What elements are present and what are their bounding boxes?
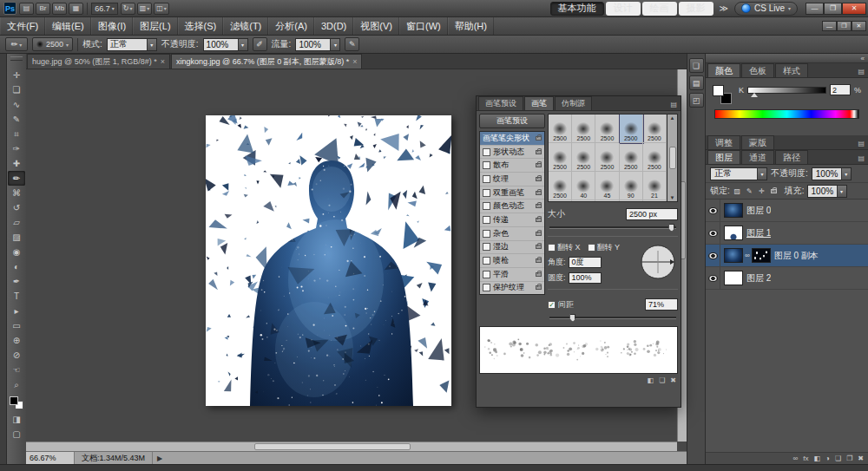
tab-swatches[interactable]: 色板 bbox=[741, 63, 774, 77]
minimize-button[interactable]: — bbox=[806, 3, 824, 15]
size-slider-thumb[interactable] bbox=[668, 224, 674, 232]
foreground-color-swatch[interactable] bbox=[713, 85, 724, 96]
foreground-color-swatch[interactable] bbox=[10, 396, 18, 405]
type-tool[interactable]: T bbox=[8, 289, 25, 304]
tools-panel-grip[interactable] bbox=[10, 56, 23, 61]
spacing-slider[interactable] bbox=[549, 317, 676, 319]
panel-menu-icon[interactable]: ▤ bbox=[858, 154, 868, 164]
blur-tool[interactable]: ◉ bbox=[8, 245, 25, 259]
lock-icon[interactable] bbox=[536, 232, 542, 236]
menu-item[interactable]: 图像(I) bbox=[91, 17, 133, 35]
menu-item[interactable]: 分析(A) bbox=[268, 17, 314, 35]
brush-option-item[interactable]: 传递 bbox=[480, 213, 544, 227]
layer-row-2-selected[interactable]: ∞ 图层 0 副本 bbox=[706, 245, 868, 267]
tab-clone-source[interactable]: 仿制源 bbox=[555, 96, 592, 110]
tab-brush-presets[interactable]: 画笔预设 bbox=[478, 96, 523, 110]
zoom-tool[interactable]: ⌕ bbox=[8, 377, 25, 392]
brush-tip-cell[interactable]: 45 bbox=[595, 200, 619, 202]
arrange-documents-button[interactable]: ▥▾ bbox=[137, 3, 153, 15]
menu-item[interactable]: 帮助(H) bbox=[448, 17, 494, 35]
brush-tip-cell[interactable]: 40 bbox=[572, 200, 595, 202]
lock-icon[interactable] bbox=[536, 258, 542, 263]
close-button[interactable]: ✕ bbox=[842, 3, 866, 15]
brush-tip-cell[interactable]: 45 bbox=[595, 172, 619, 200]
toggle-preview-icon[interactable]: ◧ bbox=[648, 376, 654, 384]
dock-collapse-bar[interactable]: « bbox=[706, 54, 868, 63]
healing-brush-tool[interactable]: ✚ bbox=[8, 156, 25, 171]
lock-icon[interactable] bbox=[536, 285, 542, 290]
brush-tip-cell[interactable]: 2500 bbox=[620, 143, 643, 172]
launch-mini-bridge-button[interactable]: Mb bbox=[52, 3, 67, 15]
checkbox[interactable] bbox=[483, 257, 490, 265]
roundness-field[interactable]: 100% bbox=[569, 272, 602, 284]
color-spectrum-ramp[interactable] bbox=[714, 109, 859, 119]
spacing-checkbox[interactable]: ✓ 间距 bbox=[548, 299, 574, 311]
checkbox[interactable] bbox=[483, 202, 490, 210]
crop-tool[interactable]: ⌗ bbox=[8, 127, 25, 141]
doc-restore-button[interactable]: ❐ bbox=[837, 21, 852, 31]
menu-item[interactable]: 编辑(E) bbox=[45, 17, 91, 35]
zoom-level-field[interactable]: 66.7▾ bbox=[91, 3, 118, 15]
horizontal-scrollbar[interactable] bbox=[26, 442, 677, 451]
workspace-overflow-button[interactable]: ≫ bbox=[716, 3, 732, 13]
doc-tab-huge[interactable]: huge.jpg @ 50% (图层 1, RGB/8#) * × bbox=[27, 54, 170, 69]
lasso-tool[interactable]: ∿ bbox=[8, 97, 25, 112]
brush-tip-cell[interactable]: 90 bbox=[620, 200, 643, 202]
brush-presets-button[interactable]: 画笔预设 bbox=[479, 114, 545, 128]
lock-icon[interactable] bbox=[536, 163, 542, 167]
workspace-design[interactable]: 设计 bbox=[606, 2, 641, 16]
panel-menu-icon[interactable]: ▤ bbox=[670, 101, 681, 110]
layer-thumbnail[interactable] bbox=[724, 271, 743, 285]
checkbox[interactable] bbox=[483, 148, 490, 156]
menu-item[interactable]: 视图(V) bbox=[353, 17, 399, 35]
brush-tip-cell[interactable]: 2500 bbox=[643, 114, 667, 143]
lock-icon[interactable] bbox=[536, 177, 542, 181]
layer-thumbnail[interactable] bbox=[724, 203, 743, 218]
tablet-pressure-opacity-icon[interactable]: ✐ bbox=[253, 37, 267, 51]
menu-item[interactable]: 3D(D) bbox=[314, 17, 353, 35]
flip-x-checkbox[interactable]: 翻转 X bbox=[548, 242, 581, 253]
brush-tip-cell[interactable]: 2500 bbox=[572, 143, 595, 172]
adjustment-layer-icon[interactable]: ◑ bbox=[825, 455, 830, 462]
brush-tip-cell[interactable]: 21 bbox=[643, 200, 667, 202]
shape-tool[interactable]: ▭ bbox=[8, 318, 25, 333]
lock-all-icon[interactable] bbox=[769, 186, 779, 196]
brush-tip-cell[interactable]: 2500 bbox=[549, 143, 572, 172]
path-selection-tool[interactable]: ▸ bbox=[8, 304, 25, 318]
workspace-photography[interactable]: 摄影 bbox=[679, 2, 713, 16]
tab-close-icon[interactable]: × bbox=[161, 57, 165, 66]
cs-live-button[interactable]: CS Live ▾ bbox=[734, 2, 798, 16]
brush-tip-cell[interactable]: 2500 bbox=[549, 200, 572, 202]
clone-stamp-tool[interactable]: ⌘ bbox=[8, 186, 25, 200]
gradient-tool[interactable]: ▨ bbox=[8, 230, 25, 245]
brush-option-item[interactable]: 湿边 bbox=[480, 241, 544, 255]
lock-icon[interactable] bbox=[536, 136, 542, 141]
brush-option-item[interactable]: 形状动态 bbox=[480, 146, 544, 160]
scroll-up-icon[interactable]: ▲ bbox=[670, 115, 675, 121]
view-extras-button[interactable]: ▦ bbox=[69, 3, 83, 15]
new-layer-icon[interactable]: ❐ bbox=[846, 455, 852, 462]
visibility-toggle[interactable] bbox=[706, 245, 720, 266]
history-brush-tool[interactable]: ↺ bbox=[8, 200, 25, 215]
panel-menu-icon[interactable]: ▤ bbox=[858, 140, 868, 149]
layer-thumbnail[interactable] bbox=[724, 248, 743, 263]
brush-preset-picker[interactable]: 2500 ▾ bbox=[32, 37, 73, 51]
layer-mask-thumbnail[interactable] bbox=[752, 248, 771, 263]
lock-position-icon[interactable]: ✛ bbox=[757, 186, 766, 196]
tab-brush[interactable]: 画笔 bbox=[524, 96, 554, 110]
brush-option-item[interactable]: 纹理 bbox=[480, 173, 544, 186]
flow-select[interactable]: 100%▾ bbox=[295, 38, 340, 51]
brush-tip-cell[interactable]: 2500 bbox=[643, 143, 667, 172]
quick-selection-tool[interactable]: ✎ bbox=[8, 112, 25, 127]
3d-orbit-tool[interactable]: ⊘ bbox=[8, 348, 25, 363]
workspace-essentials[interactable]: 基本功能 bbox=[550, 2, 604, 16]
spacing-field[interactable]: 71% bbox=[645, 298, 678, 311]
brush-tip-cell[interactable]: 21 bbox=[643, 172, 667, 200]
scroll-thumb[interactable] bbox=[669, 147, 676, 169]
tab-close-icon[interactable]: × bbox=[352, 57, 357, 66]
tab-channels[interactable]: 通道 bbox=[741, 150, 774, 164]
move-tool[interactable]: ✛ bbox=[8, 68, 25, 82]
brush-option-item[interactable]: 散布 bbox=[480, 159, 544, 173]
delete-brush-icon[interactable]: ✖ bbox=[670, 376, 676, 384]
brush-option-item[interactable]: 喷枪 bbox=[480, 254, 544, 268]
